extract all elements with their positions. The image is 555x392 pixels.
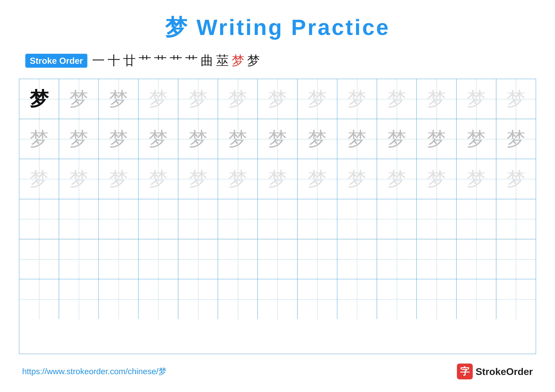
grid-cell[interactable]: 梦 [457, 119, 496, 159]
grid-cell[interactable] [59, 239, 99, 279]
grid-cell[interactable] [457, 239, 496, 279]
footer-logo: 字 StrokeOrder [457, 363, 533, 379]
stroke-order-badge: Stroke Order [25, 54, 87, 68]
grid-cell[interactable]: 梦 [457, 79, 496, 119]
grid-cell[interactable]: 梦 [99, 159, 139, 199]
grid-cell[interactable]: 梦 [178, 79, 218, 119]
grid-cell[interactable]: 梦 [298, 119, 337, 159]
cell-character: 梦 [189, 129, 208, 149]
grid-cell[interactable]: 梦 [218, 159, 258, 199]
grid-cell[interactable]: 梦 [59, 159, 99, 199]
grid-cell[interactable]: 梦 [258, 159, 297, 199]
grid-cell[interactable]: 梦 [258, 79, 297, 119]
grid-cell[interactable]: 梦 [377, 79, 417, 119]
cell-character: 梦 [149, 90, 168, 108]
grid-cell[interactable]: 梦 [178, 119, 218, 159]
grid-cell[interactable]: 梦 [457, 159, 496, 199]
grid-cell[interactable] [258, 279, 297, 319]
grid-cell[interactable] [218, 239, 258, 279]
cell-character: 梦 [189, 170, 208, 188]
grid-cell[interactable]: 梦 [139, 119, 178, 159]
grid-cell[interactable] [377, 239, 417, 279]
grid-cell[interactable]: 梦 [337, 119, 377, 159]
footer-url[interactable]: https://www.strokeorder.com/chinese/梦 [22, 366, 167, 377]
grid-cell[interactable] [496, 199, 536, 239]
grid-cell[interactable] [417, 239, 456, 279]
grid-cell[interactable] [139, 239, 178, 279]
grid-cell[interactable]: 梦 [377, 119, 417, 159]
grid-cell[interactable]: 梦 [298, 79, 337, 119]
stroke-1: 一 [92, 52, 105, 69]
grid-cell[interactable] [218, 279, 258, 319]
grid-cell[interactable] [19, 279, 59, 319]
cell-character: 梦 [427, 90, 446, 108]
cell-character: 梦 [427, 170, 446, 188]
cell-character: 梦 [189, 90, 208, 108]
grid-cell[interactable]: 梦 [496, 79, 536, 119]
grid-cell[interactable] [218, 199, 258, 239]
grid-cell[interactable]: 梦 [298, 159, 337, 199]
stroke-10: 梦 [232, 52, 244, 69]
grid-cell[interactable]: 梦 [178, 159, 218, 199]
grid-cell[interactable]: 梦 [417, 119, 456, 159]
cell-character: 梦 [268, 170, 287, 188]
cell-character: 梦 [506, 170, 526, 188]
grid-cell[interactable]: 梦 [377, 159, 417, 199]
grid-cell[interactable]: 梦 [99, 119, 139, 159]
grid-cell[interactable]: 梦 [99, 79, 139, 119]
grid-cell[interactable]: 梦 [218, 79, 258, 119]
cell-character: 梦 [347, 170, 366, 188]
grid-cell[interactable] [298, 199, 337, 239]
grid-cell[interactable]: 梦 [139, 159, 178, 199]
grid-cell[interactable] [19, 199, 59, 239]
grid-cell[interactable]: 梦 [496, 119, 536, 159]
grid-cell[interactable] [298, 239, 337, 279]
grid-cell[interactable]: 梦 [417, 159, 456, 199]
grid-cell[interactable] [298, 279, 337, 319]
grid-cell[interactable] [139, 199, 178, 239]
grid-cell[interactable]: 梦 [337, 159, 377, 199]
stroke-7: 艹 [185, 52, 198, 69]
grid-cell[interactable] [99, 199, 139, 239]
grid-cell[interactable] [377, 199, 417, 239]
grid-row-3 [19, 199, 536, 239]
grid-cell[interactable] [19, 239, 59, 279]
grid-cell[interactable] [258, 199, 297, 239]
grid-cell[interactable]: 梦 [19, 119, 59, 159]
logo-text: StrokeOrder [475, 366, 533, 377]
grid-cell[interactable] [59, 279, 99, 319]
grid-cell[interactable] [178, 239, 218, 279]
stroke-8: 曲 [201, 52, 213, 69]
grid-row-4 [19, 239, 536, 279]
grid-cell[interactable]: 梦 [337, 79, 377, 119]
grid-cell[interactable] [337, 239, 377, 279]
grid-cell[interactable] [99, 239, 139, 279]
grid-cell[interactable]: 梦 [59, 119, 99, 159]
grid-cell[interactable] [178, 199, 218, 239]
grid-cell[interactable]: 梦 [496, 159, 536, 199]
cell-character: 梦 [467, 90, 486, 108]
grid-cell[interactable]: 梦 [59, 79, 99, 119]
grid-cell[interactable] [417, 199, 456, 239]
grid-cell[interactable]: 梦 [417, 79, 456, 119]
grid-cell[interactable]: 梦 [218, 119, 258, 159]
stroke-11: 梦 [247, 52, 260, 69]
grid-cell[interactable] [377, 279, 417, 319]
grid-cell[interactable] [417, 279, 456, 319]
grid-cell[interactable] [457, 199, 496, 239]
grid-cell[interactable]: 梦 [19, 159, 59, 199]
grid-cell[interactable] [337, 199, 377, 239]
grid-cell[interactable] [258, 239, 297, 279]
grid-cell[interactable]: 梦 [19, 79, 59, 119]
grid-cell[interactable]: 梦 [258, 119, 297, 159]
grid-cell[interactable] [139, 279, 178, 319]
grid-cell[interactable] [337, 279, 377, 319]
grid-cell[interactable] [178, 279, 218, 319]
logo-icon: 字 [457, 363, 473, 379]
grid-cell[interactable] [457, 279, 496, 319]
grid-cell[interactable] [496, 239, 536, 279]
grid-cell[interactable] [59, 199, 99, 239]
grid-cell[interactable] [99, 279, 139, 319]
grid-cell[interactable] [496, 279, 536, 319]
grid-cell[interactable]: 梦 [139, 79, 178, 119]
